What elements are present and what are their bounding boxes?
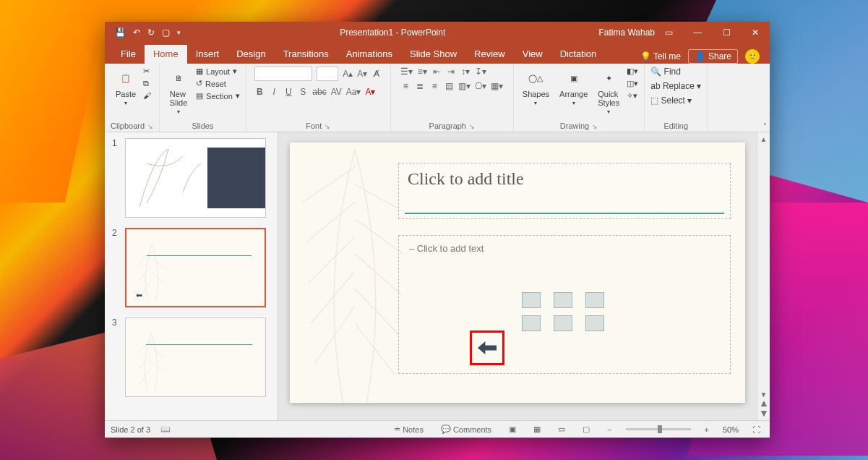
bullets-button[interactable]: ☰▾ bbox=[400, 67, 413, 77]
prev-slide-icon[interactable]: ⯅ bbox=[760, 400, 768, 408]
spellcheck-icon[interactable]: 📖 bbox=[160, 425, 171, 434]
share-button[interactable]: 👤 Share bbox=[688, 49, 738, 64]
display-options-icon[interactable]: ▭ bbox=[665, 27, 673, 38]
tab-file[interactable]: File bbox=[112, 45, 145, 64]
shadow-button[interactable]: S bbox=[298, 87, 308, 97]
columns-button[interactable]: ▥▾ bbox=[458, 81, 470, 91]
cut-button[interactable]: ✂ bbox=[143, 67, 151, 76]
align-right-button[interactable]: ≡ bbox=[429, 81, 439, 91]
zoom-in-button[interactable]: + bbox=[701, 425, 713, 434]
user-name[interactable]: Fatima Wahab bbox=[598, 27, 655, 38]
zoom-out-button[interactable]: − bbox=[603, 425, 615, 434]
insert-video-icon[interactable] bbox=[585, 315, 604, 331]
decrease-font-icon[interactable]: A▾ bbox=[357, 69, 367, 79]
increase-font-icon[interactable]: A▴ bbox=[343, 69, 353, 79]
clipboard-dialog-launcher-icon[interactable]: ↘ bbox=[147, 123, 153, 130]
font-size-combo[interactable] bbox=[317, 67, 338, 81]
tab-insert[interactable]: Insert bbox=[187, 45, 228, 64]
fit-to-window-icon[interactable]: ⛶ bbox=[749, 425, 764, 434]
reading-view-icon[interactable]: ▭ bbox=[554, 425, 569, 434]
shape-effects-button[interactable]: ✧▾ bbox=[627, 91, 638, 101]
shape-outline-button[interactable]: ◫▾ bbox=[627, 79, 638, 88]
font-dialog-launcher-icon[interactable]: ↘ bbox=[325, 123, 330, 130]
tab-transitions[interactable]: Transitions bbox=[275, 45, 338, 64]
minimize-button[interactable]: — bbox=[683, 22, 712, 43]
clear-formatting-icon[interactable]: A̸ bbox=[371, 69, 382, 79]
smartart-button[interactable]: ▦▾ bbox=[491, 81, 503, 91]
align-center-button[interactable]: ≣ bbox=[415, 81, 425, 91]
qat-customize-icon[interactable]: ▾ bbox=[177, 29, 181, 36]
insert-chart-icon[interactable] bbox=[554, 292, 572, 308]
slideshow-view-icon[interactable]: ▢ bbox=[579, 425, 593, 434]
zoom-slider[interactable] bbox=[626, 428, 691, 430]
font-color-button[interactable]: A▾ bbox=[365, 87, 375, 97]
scroll-up-icon[interactable]: ▲ bbox=[760, 135, 768, 143]
close-button[interactable]: ✕ bbox=[741, 22, 770, 43]
char-spacing-button[interactable]: AV bbox=[331, 87, 342, 97]
redo-icon[interactable]: ↻ bbox=[147, 27, 155, 38]
tab-animations[interactable]: Animations bbox=[338, 45, 401, 64]
save-icon[interactable]: 💾 bbox=[115, 27, 126, 38]
slide-thumbnail-2[interactable]: ⬅ bbox=[125, 228, 266, 307]
undo-icon[interactable]: ↶ bbox=[133, 27, 140, 38]
numbering-button[interactable]: ≡▾ bbox=[417, 67, 427, 77]
align-text-button[interactable]: ⎔▾ bbox=[475, 81, 486, 91]
tab-dictation[interactable]: Dictation bbox=[551, 45, 606, 64]
insert-smartart-icon[interactable] bbox=[585, 292, 604, 308]
next-slide-icon[interactable]: ⯆ bbox=[760, 409, 768, 417]
new-slide-button[interactable]: 🗎 New Slide ▾ bbox=[166, 67, 192, 116]
select-button[interactable]: ⬚ Select ▾ bbox=[650, 95, 701, 106]
tab-slideshow[interactable]: Slide Show bbox=[401, 45, 465, 64]
feedback-smiley-icon[interactable]: 🙂 bbox=[745, 49, 760, 64]
replace-button[interactable]: ab Replace ▾ bbox=[650, 81, 701, 91]
slide-thumbnails-pane[interactable]: 1 2 ⬅ 3 bbox=[105, 132, 278, 420]
tell-me[interactable]: 💡 Tell me bbox=[640, 51, 681, 61]
vertical-scrollbar[interactable]: ▲ ▼ ⯅ ⯆ bbox=[757, 132, 770, 420]
strikethrough-button[interactable]: abc bbox=[312, 87, 326, 97]
title-placeholder[interactable]: Click to add title bbox=[398, 163, 731, 219]
zoom-level[interactable]: 50% bbox=[723, 425, 739, 434]
collapse-ribbon-icon[interactable]: ˄ bbox=[763, 122, 767, 130]
bold-button[interactable]: B bbox=[254, 87, 265, 97]
left-arrow-shape[interactable] bbox=[478, 341, 497, 354]
comments-button[interactable]: 💬 Comments bbox=[437, 425, 495, 434]
start-from-beginning-icon[interactable]: ▢ bbox=[162, 27, 170, 38]
increase-indent-button[interactable]: ⇥ bbox=[446, 67, 456, 77]
shapes-button[interactable]: ◯△Shapes▾ bbox=[520, 67, 552, 108]
tab-design[interactable]: Design bbox=[228, 45, 274, 64]
shape-fill-button[interactable]: ◧▾ bbox=[627, 67, 638, 76]
quick-styles-button[interactable]: ✦Quick Styles▾ bbox=[595, 67, 622, 116]
italic-button[interactable]: I bbox=[269, 87, 279, 97]
paragraph-dialog-launcher-icon[interactable]: ↘ bbox=[469, 123, 475, 130]
insert-online-pictures-icon[interactable] bbox=[554, 315, 572, 331]
section-button[interactable]: ▤Section ▾ bbox=[196, 91, 240, 101]
insert-pictures-icon[interactable] bbox=[522, 315, 541, 331]
slide-thumbnail-3[interactable] bbox=[125, 318, 266, 397]
paste-button[interactable]: 📋 Paste ▾ bbox=[113, 67, 139, 108]
change-case-button[interactable]: Aa▾ bbox=[346, 87, 361, 97]
text-direction-button[interactable]: ↧▾ bbox=[475, 67, 486, 77]
font-name-combo[interactable] bbox=[254, 67, 312, 81]
normal-view-icon[interactable]: ▣ bbox=[505, 425, 520, 434]
slide-sorter-view-icon[interactable]: ▦ bbox=[530, 425, 544, 434]
underline-button[interactable]: U bbox=[283, 87, 293, 97]
maximize-button[interactable]: ☐ bbox=[712, 22, 741, 43]
tab-view[interactable]: View bbox=[514, 45, 551, 64]
justify-button[interactable]: ▤ bbox=[444, 81, 454, 91]
tab-home[interactable]: Home bbox=[145, 45, 187, 64]
scroll-down-icon[interactable]: ▼ bbox=[760, 391, 768, 399]
find-button[interactable]: 🔍 Find bbox=[650, 67, 701, 77]
notes-button[interactable]: ≐ Notes bbox=[390, 425, 427, 434]
drawing-dialog-launcher-icon[interactable]: ↘ bbox=[592, 123, 598, 130]
align-left-button[interactable]: ≡ bbox=[400, 81, 411, 91]
decrease-indent-button[interactable]: ⇤ bbox=[431, 67, 442, 77]
reset-button[interactable]: ↺Reset bbox=[196, 79, 240, 88]
layout-button[interactable]: ▦Layout ▾ bbox=[196, 67, 240, 76]
content-placeholder[interactable]: – Click to add text bbox=[398, 235, 731, 374]
slide-canvas[interactable]: Click to add title – Click to add text bbox=[290, 142, 745, 403]
format-painter-button[interactable]: 🖌 bbox=[143, 91, 151, 100]
arrange-button[interactable]: ▣Arrange▾ bbox=[557, 67, 590, 108]
line-spacing-button[interactable]: ↕▾ bbox=[460, 67, 470, 77]
slide-indicator[interactable]: Slide 2 of 3 bbox=[111, 425, 150, 434]
insert-table-icon[interactable] bbox=[522, 292, 541, 308]
